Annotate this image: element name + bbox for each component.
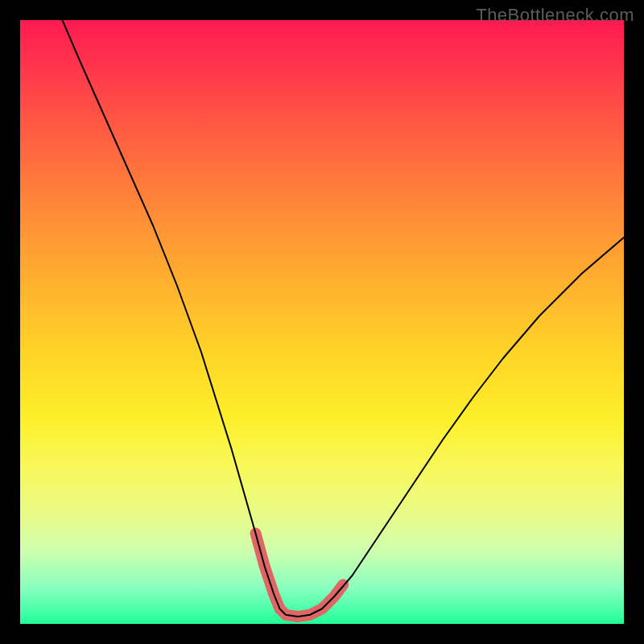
- main-curve: [63, 20, 625, 617]
- curve-svg: [20, 20, 624, 624]
- highlight-curve: [256, 534, 344, 617]
- watermark-text: TheBottleneck.com: [476, 5, 634, 26]
- plot-area: [20, 20, 624, 624]
